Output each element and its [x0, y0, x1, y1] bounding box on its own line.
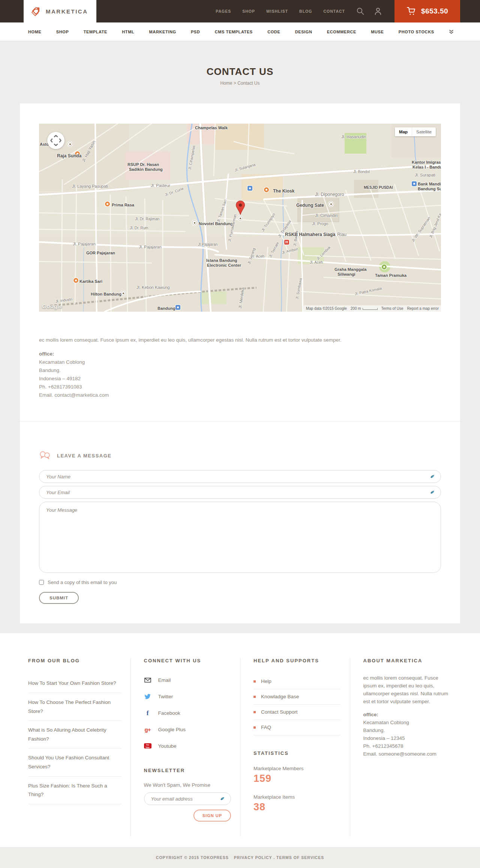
category-nav-item[interactable]: MUSE: [371, 30, 384, 34]
category-nav-item[interactable]: DESIGN: [295, 30, 312, 34]
map-label: Graha Manggala: [334, 267, 367, 272]
map-marker-pin[interactable]: [235, 200, 246, 215]
email-input[interactable]: [39, 486, 441, 499]
newsletter-email-input[interactable]: [144, 792, 231, 805]
category-nav-item[interactable]: PSD: [191, 30, 200, 34]
help-link[interactable]: Knowladge Base: [261, 694, 299, 699]
map-label: Jl. Kebon Kawung: [136, 285, 170, 290]
category-nav-item[interactable]: CODE: [267, 30, 280, 34]
breadcrumb-home[interactable]: Home: [220, 81, 232, 86]
map-label: Jl. Sulanjana: [234, 163, 256, 172]
statistics-heading: STATISTICS: [254, 750, 341, 756]
message-form-section: LEAVE A MESSAGE ✒ ✒ Send a copy of this …: [20, 421, 460, 623]
copyright-text: COPYRIGHT © 2015 TOKOPRESS: [156, 855, 229, 860]
help-list-item: Help: [254, 674, 341, 689]
map-pan-control[interactable]: [47, 132, 64, 149]
message-textarea[interactable]: [39, 502, 441, 573]
top-nav-item[interactable]: WISHLIST: [266, 9, 288, 13]
bullet-icon: [254, 696, 256, 698]
blog-link[interactable]: Should You Use Fashion Consultant Servic…: [28, 755, 109, 769]
name-input[interactable]: [39, 470, 441, 483]
blog-link[interactable]: How To Choose The Perfect Fashion Store?: [28, 699, 111, 714]
social-row-gplus[interactable]: g+ Google Plus: [144, 721, 231, 738]
office-block: office: Kecamatan Coblong Bandung. Indon…: [39, 350, 441, 399]
map-label: Electronic Center: [207, 263, 241, 267]
help-link[interactable]: Contact Support: [261, 709, 298, 715]
contact-card: Champelas WalkJl. HasanudinJl. Haji Yasi…: [20, 103, 460, 623]
map-label: Jl. Cimandiri: [315, 214, 338, 218]
bottom-bar: COPYRIGHT © 2015 TOKOPRESS PRIVACY POLIC…: [0, 847, 480, 868]
email-icon: [144, 678, 152, 683]
map-type-map-button[interactable]: Map: [395, 127, 412, 136]
newsletter-field-wrap: ✒: [144, 792, 231, 805]
help-list-item: Knowladge Base: [254, 689, 341, 705]
user-icon[interactable]: [374, 7, 382, 15]
logo[interactable]: MARKETICA: [24, 0, 96, 22]
form-heading: LEAVE A MESSAGE: [57, 453, 112, 459]
map-label: Jl. Trunojoyo: [261, 212, 276, 232]
blog-list-item: What is So Alluring About Celebrity Fash…: [28, 721, 122, 748]
map-label: Jl. Bondol: [353, 170, 370, 174]
category-nav-item[interactable]: CMS TEMPLATES: [215, 30, 253, 34]
submit-button[interactable]: SUBMIT: [39, 592, 79, 604]
top-nav-item[interactable]: SHOP: [242, 9, 255, 13]
blog-link[interactable]: What is So Alluring About Celebrity Fash…: [28, 727, 106, 742]
social-row-twitter[interactable]: Twitter: [144, 688, 231, 705]
map-label: Jl. Cihampelas: [188, 145, 196, 170]
social-row-youtube[interactable]: YouTube Youtube: [144, 738, 231, 754]
top-nav-item[interactable]: CONTACT: [323, 9, 345, 13]
help-link[interactable]: FAQ: [261, 725, 271, 730]
search-icon[interactable]: [356, 7, 364, 15]
map-data-text: Map data ©2015 Google: [306, 306, 347, 311]
scale-bar-icon: [363, 308, 378, 310]
signup-button[interactable]: SIGN UP: [194, 810, 231, 822]
tag-logo-icon: [31, 6, 42, 16]
category-nav-item[interactable]: TEMPLATE: [84, 30, 107, 34]
google-logo[interactable]: Google: [42, 303, 63, 309]
top-nav-item[interactable]: PAGES: [216, 9, 231, 13]
help-list: HelpKnowladge BaseContact SupportFAQ: [254, 674, 341, 735]
category-nav-item[interactable]: HOME: [28, 30, 41, 34]
newsletter-heading: NEWSLETTER: [144, 768, 231, 773]
logo-text: MARKETICA: [46, 8, 88, 15]
blog-link[interactable]: Plus Size Fashion: Is There Such a Thing…: [28, 783, 107, 798]
top-nav-item[interactable]: BLOG: [299, 9, 312, 13]
map-label: Jl. Pajajaran: [73, 242, 96, 246]
category-nav-item[interactable]: HTML: [122, 30, 134, 34]
category-nav-item[interactable]: ECOMMERCE: [327, 30, 356, 34]
map-label: Jl. Dr. Rajiman: [135, 217, 159, 221]
site-footer: FROM OUR BLOG How To Start Your Own Fash…: [0, 633, 480, 852]
social-row-email[interactable]: Email: [144, 672, 231, 688]
breadcrumb-current: Contact Us: [237, 81, 260, 86]
blog-link[interactable]: How To Start Your Own Fashion Store?: [28, 680, 116, 686]
chat-bubbles-icon: [39, 451, 51, 460]
cart-total: $653.50: [421, 7, 448, 15]
social-row-facebook[interactable]: f Facebook: [144, 705, 231, 721]
help-link[interactable]: Help: [261, 678, 272, 684]
nav-expand-chevron-icon[interactable]: [449, 30, 454, 34]
category-nav-item[interactable]: PHOTO STOCKS: [399, 30, 434, 34]
category-nav: HOMESHOPTEMPLATEHTMLMARKETINGPSDCMS TEMP…: [0, 22, 480, 41]
items-value: 38: [254, 801, 341, 813]
category-nav-item[interactable]: SHOP: [56, 30, 69, 34]
map-label: Jl. Hasanudin: [341, 135, 366, 139]
social-label: Twitter: [158, 694, 173, 699]
map-label: Istana Bandung: [206, 258, 237, 263]
office-line: Email. someone@someone.com: [363, 750, 451, 758]
members-label: Marketplace Members: [254, 766, 341, 771]
send-copy-checkbox[interactable]: [39, 580, 44, 585]
items-label: Marketplace Items: [254, 794, 341, 800]
social-label: Facebook: [158, 710, 180, 716]
map-label: Champelas Walk: [195, 126, 228, 130]
google-map[interactable]: Champelas WalkJl. HasanudinJl. Haji Yasi…: [39, 124, 441, 312]
footer-col-connect: CONNECT WITH US Email Twitter: [130, 658, 240, 837]
report-error-link[interactable]: Report a map error: [407, 306, 439, 311]
category-nav-item[interactable]: MARKETING: [149, 30, 176, 34]
map-type-satellite-button[interactable]: Satellite: [412, 127, 436, 136]
legal-links[interactable]: PRIVACY POLICY . TERMS OF SERVICES: [234, 855, 324, 860]
map-label: Jl. Merdeka: [238, 287, 245, 309]
cart-button[interactable]: $653.50: [394, 0, 460, 22]
terms-link[interactable]: Terms of Use: [381, 306, 404, 311]
map-labels-layer: Champelas WalkJl. HasanudinJl. Haji Yasi…: [39, 124, 441, 312]
map-scale: 200 m: [351, 306, 378, 311]
